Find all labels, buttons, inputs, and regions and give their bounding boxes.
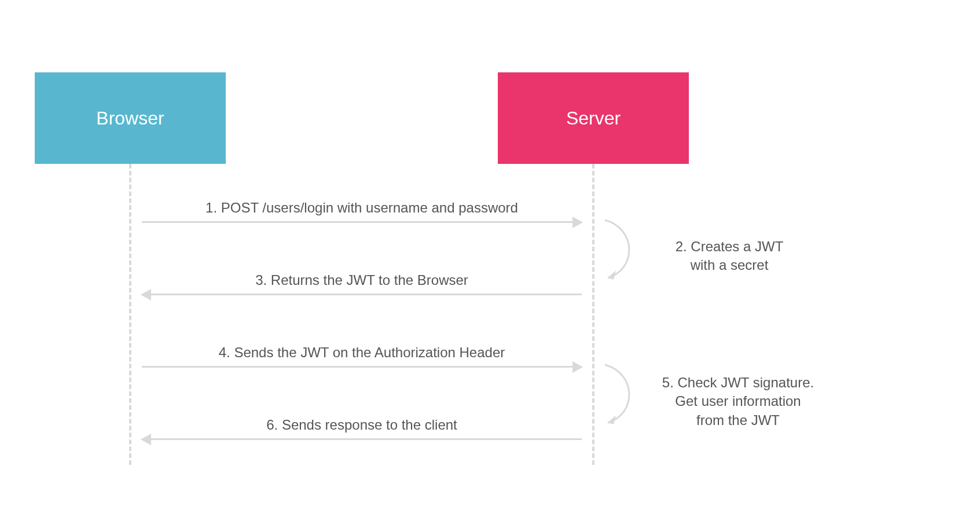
step-2-arc [602, 217, 643, 281]
step-1-arrow: 1. POST /users/login with username and p… [142, 200, 582, 223]
lifeline-server [592, 164, 594, 465]
arrow-line [142, 438, 582, 440]
step-2-label-line1: 2. Creates a JWT [648, 237, 810, 256]
step-4-label: 4. Sends the JWT on the Authorization He… [142, 345, 582, 361]
step-5-label-line1: 5. Check JWT signature. [634, 373, 842, 392]
arrowhead-left-icon [141, 289, 151, 301]
step-1-label: 1. POST /users/login with username and p… [142, 200, 582, 216]
step-5-label-line2: Get user information [634, 392, 842, 411]
sequence-diagram: Browser Server 1. POST /users/login with… [35, 72, 945, 466]
arrow-line [142, 221, 582, 223]
arrow-line [142, 294, 582, 295]
step-3-label: 3. Returns the JWT to the Browser [142, 272, 582, 288]
arrow-line [142, 366, 582, 368]
arrowhead-left-icon [141, 434, 151, 445]
curve-arrow-icon [602, 217, 643, 281]
step-3-arrow: 3. Returns the JWT to the Browser [142, 272, 582, 295]
step-5-label-line3: from the JWT [634, 411, 842, 430]
step-2-label: 2. Creates a JWT with a secret [648, 237, 810, 275]
step-6-label: 6. Sends response to the client [142, 417, 582, 433]
arrowhead-right-icon [572, 217, 583, 228]
lifeline-browser [129, 164, 131, 465]
arrowhead-right-icon [572, 361, 583, 373]
step-2-label-line2: with a secret [648, 256, 810, 274]
node-browser-label: Browser [96, 108, 164, 129]
node-server-label: Server [566, 108, 621, 129]
node-browser: Browser [35, 72, 226, 164]
step-5-label: 5. Check JWT signature. Get user informa… [634, 373, 842, 430]
node-server: Server [498, 72, 689, 164]
step-6-arrow: 6. Sends response to the client [142, 417, 582, 440]
step-4-arrow: 4. Sends the JWT on the Authorization He… [142, 345, 582, 368]
